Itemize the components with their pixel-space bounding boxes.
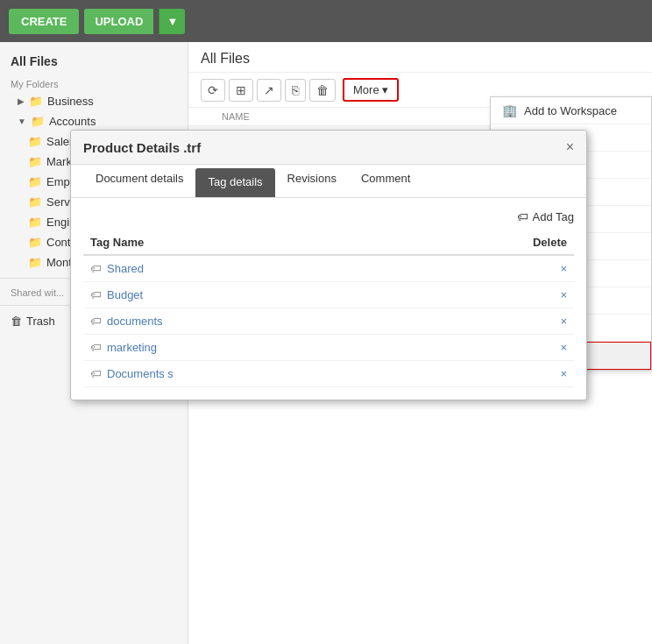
sidebar-item-label: Business	[47, 95, 94, 108]
folder-icon: 📁	[28, 216, 42, 229]
tag-row: 🏷 marketing ×	[83, 335, 574, 361]
dropdown-add-workspace[interactable]: 🏢 Add to Workspace	[491, 97, 651, 124]
folder-icon: 📁	[31, 115, 45, 128]
add-tag-label: Add Tag	[533, 210, 574, 223]
all-files-sidebar-title[interactable]: All Files	[0, 51, 188, 75]
toolbar-btn-grid[interactable]: ⊞	[229, 79, 253, 102]
modal-body: 🏷 Add Tag Tag Name Delete 🏷	[71, 198, 586, 400]
folder-icon: 📁	[28, 155, 42, 168]
arrow-icon: ▼	[18, 117, 26, 126]
upload-button[interactable]: UPLOAD	[84, 9, 153, 34]
folder-icon: 📁	[28, 236, 42, 249]
col-tag-name: Tag Name	[83, 230, 411, 255]
tab-comment[interactable]: Comment	[349, 165, 422, 197]
tag-name[interactable]: marketing	[107, 341, 157, 354]
tab-document-details[interactable]: Document details	[83, 165, 195, 197]
col-delete: Delete	[411, 230, 574, 255]
modal-close-button[interactable]: ×	[566, 139, 574, 155]
tag-row: 🏷 Budget ×	[83, 282, 574, 308]
upload-arrow-button[interactable]: ▼	[159, 9, 185, 34]
create-button[interactable]: CREATE	[9, 9, 79, 34]
trash-icon: 🗑	[11, 315, 22, 328]
modal-tabs: Document details Tag details Revisions C…	[71, 165, 586, 198]
tag-icon: 🏷	[90, 367, 102, 380]
tag-row: 🏷 documents ×	[83, 308, 574, 335]
modal: Product Details .trf × Document details …	[70, 130, 587, 400]
tab-tag-details[interactable]: Tag details	[195, 168, 274, 197]
my-folders-label: My Folders	[0, 75, 188, 91]
tag-delete-button[interactable]: ×	[411, 282, 574, 308]
sidebar-item-label: Accounts	[49, 115, 96, 128]
folder-icon: 📁	[28, 195, 42, 209]
tag-delete-button[interactable]: ×	[411, 255, 574, 282]
tag-row: 🏷 Documents s ×	[83, 361, 574, 387]
tag-icon: 🏷	[90, 262, 102, 275]
modal-header: Product Details .trf ×	[71, 131, 586, 165]
trash-label: Trash	[26, 315, 55, 328]
tag-name[interactable]: Budget	[107, 288, 143, 301]
tab-revisions[interactable]: Revisions	[275, 165, 349, 197]
folder-icon: 📁	[28, 175, 42, 188]
tag-name[interactable]: Shared	[107, 262, 144, 275]
toolbar-btn-share[interactable]: ↗	[257, 79, 281, 102]
tag-icon: 🏷	[90, 288, 102, 301]
sidebar-item-business[interactable]: ▶ 📁 Business	[0, 91, 188, 111]
tag-icon: 🏷	[90, 341, 102, 354]
toolbar-btn-refresh[interactable]: ⟳	[201, 79, 225, 102]
more-button[interactable]: More ▾	[343, 78, 399, 102]
tag-row: 🏷 Shared ×	[83, 255, 574, 282]
folder-icon: 📁	[28, 135, 42, 148]
tag-delete-button[interactable]: ×	[411, 335, 574, 361]
tag-delete-button[interactable]: ×	[411, 308, 574, 335]
toolbar-btn-delete[interactable]: 🗑	[309, 79, 336, 102]
toolbar-btn-copy[interactable]: ⎘	[285, 79, 306, 102]
topbar: CREATE UPLOAD ▼	[0, 0, 652, 42]
tag-delete-button[interactable]: ×	[411, 361, 574, 387]
workspace-icon: 🏢	[501, 103, 517, 117]
tag-name[interactable]: Documents s	[107, 367, 174, 380]
add-tag-icon: 🏷	[517, 210, 528, 223]
file-area-title: All Files	[188, 42, 652, 73]
tag-icon: 🏷	[90, 315, 102, 328]
folder-icon: 📁	[29, 95, 43, 108]
arrow-icon: ▶	[18, 96, 25, 106]
add-tag-button[interactable]: 🏷 Add Tag	[517, 210, 574, 223]
dropdown-item-label: Add to Workspace	[524, 104, 617, 117]
tag-name[interactable]: documents	[107, 315, 163, 328]
folder-icon: 📁	[28, 256, 42, 269]
tag-table: Tag Name Delete 🏷 Shared ×	[83, 230, 574, 387]
modal-title: Product Details .trf	[83, 140, 201, 155]
sidebar-item-accounts[interactable]: ▼ 📁 Accounts	[0, 111, 188, 131]
